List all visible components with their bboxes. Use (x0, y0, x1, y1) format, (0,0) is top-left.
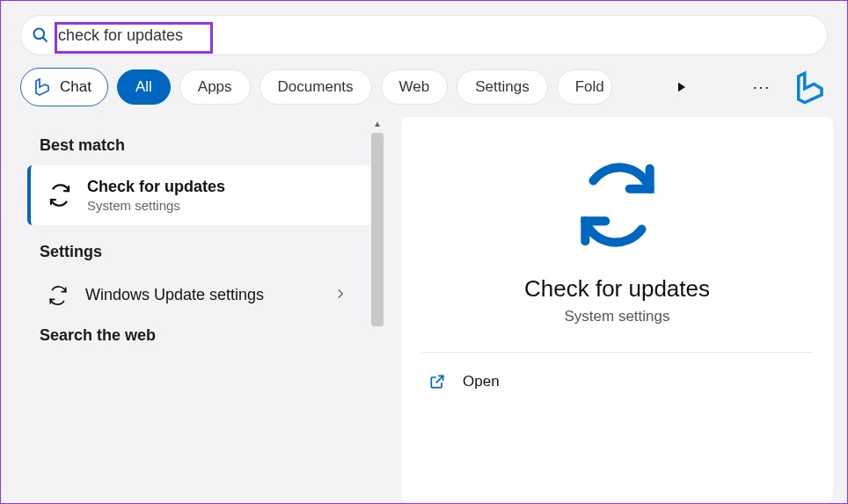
results-list: ▲ Best match Check for updates System se… (1, 117, 384, 503)
sync-icon (45, 282, 71, 309)
search-box[interactable] (20, 15, 828, 55)
scroll-up-icon[interactable]: ▲ (371, 117, 384, 129)
tab-apps[interactable]: Apps (179, 69, 251, 105)
svg-line-1 (43, 38, 48, 42)
result-subtitle: System settings (87, 198, 225, 213)
divider (422, 352, 812, 353)
tab-settings[interactable]: Settings (457, 69, 547, 105)
scrollbar[interactable] (371, 133, 384, 326)
open-external-icon (428, 372, 447, 391)
preview-title: Check for updates (524, 275, 710, 303)
search-icon (32, 26, 49, 44)
preview-panel: Check for updates System settings Open (401, 117, 833, 503)
best-match-result[interactable]: Check for updates System settings (27, 165, 371, 225)
bing-icon[interactable] (791, 69, 828, 106)
bing-chat-icon (32, 77, 53, 98)
tab-web[interactable]: Web (381, 69, 449, 105)
chat-label: Chat (60, 78, 91, 96)
tab-all[interactable]: All (117, 69, 171, 105)
tab-folders[interactable]: Fold (557, 69, 612, 105)
result-title: Check for updates (87, 178, 225, 196)
settings-result-label: Windows Update settings (85, 285, 320, 305)
action-open[interactable]: Open (422, 369, 812, 395)
scroll-right-icon[interactable] (669, 75, 694, 99)
action-open-label: Open (463, 373, 500, 391)
preview-subtitle: System settings (565, 308, 670, 325)
sync-icon (45, 180, 75, 210)
section-best-match: Best match (20, 129, 384, 165)
sync-icon-large (565, 152, 670, 258)
chat-button[interactable]: Chat (20, 68, 108, 106)
search-input[interactable] (58, 25, 816, 47)
section-settings: Settings (20, 236, 384, 272)
section-search-web: Search the web (20, 319, 384, 355)
settings-result-windows-update[interactable]: Windows Update settings (20, 272, 371, 319)
tab-documents[interactable]: Documents (260, 69, 372, 105)
chevron-right-icon (334, 288, 347, 303)
more-options-icon[interactable]: ⋯ (747, 73, 775, 101)
svg-point-0 (34, 29, 45, 40)
